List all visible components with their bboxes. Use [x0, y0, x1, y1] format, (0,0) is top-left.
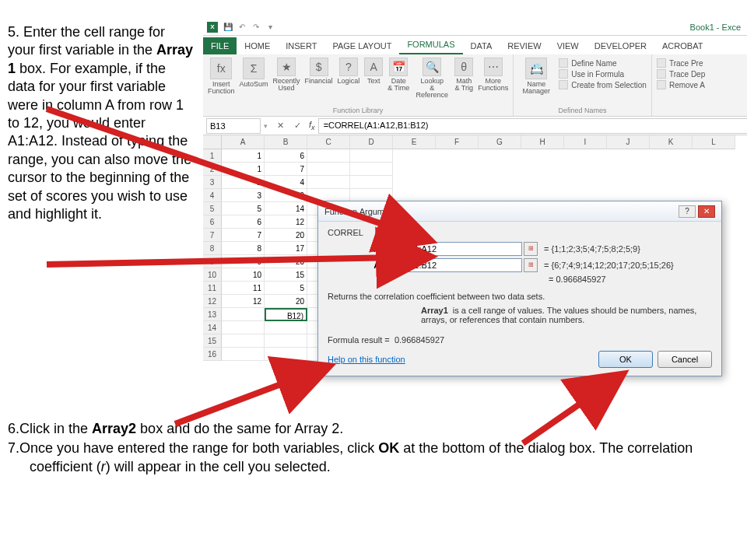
row-header-9[interactable]: 9: [203, 255, 222, 268]
ribbon-more-functions-button[interactable]: ⋯MoreFunctions: [478, 58, 508, 99]
ribbon-insert-function-button[interactable]: fxInsertFunction: [208, 58, 235, 99]
row-header-16[interactable]: 16: [203, 348, 222, 361]
cell-C3[interactable]: [307, 176, 350, 189]
row-header-11[interactable]: 11: [203, 282, 222, 295]
ribbon-recently-used-button[interactable]: ★RecentlyUsed: [273, 58, 300, 99]
cell-B6[interactable]: 12: [265, 215, 307, 229]
col-header-B[interactable]: B: [265, 135, 307, 149]
col-header-G[interactable]: G: [479, 135, 521, 149]
name-manager-button[interactable]: 📇 Name Manager: [518, 58, 554, 95]
name-box[interactable]: [206, 118, 261, 134]
cell-B7[interactable]: 20: [265, 229, 307, 242]
row-header-10[interactable]: 10: [203, 268, 222, 282]
cell-A7[interactable]: 7: [222, 229, 265, 242]
row-header-13[interactable]: 13: [203, 308, 222, 321]
col-header-E[interactable]: E: [393, 135, 436, 149]
cell-A6[interactable]: 6: [222, 215, 265, 229]
cell-B8[interactable]: 17: [265, 242, 307, 255]
array2-ref-button[interactable]: ⊞: [524, 258, 538, 272]
row-header-3[interactable]: 3: [203, 176, 222, 189]
col-header-J[interactable]: J: [607, 135, 650, 149]
cell-B3[interactable]: 4: [265, 176, 307, 189]
cell-B1[interactable]: 6: [265, 149, 307, 163]
qat-dropdown-icon[interactable]: ▾: [265, 22, 275, 33]
cell-A3[interactable]: 2: [222, 176, 265, 189]
undo-icon[interactable]: ↶: [237, 22, 247, 33]
tab-page-layout[interactable]: PAGE LAYOUT: [324, 37, 399, 54]
cell-B14[interactable]: [265, 321, 307, 334]
tab-view[interactable]: VIEW: [549, 37, 587, 54]
save-icon[interactable]: 💾: [223, 22, 233, 33]
row-header-6[interactable]: 6: [203, 215, 222, 229]
ribbon-create-from-selection-button[interactable]: Create from Selection: [559, 79, 647, 90]
redo-icon[interactable]: ↷: [251, 22, 261, 33]
col-header-D[interactable]: D: [350, 135, 393, 149]
tab-review[interactable]: REVIEW: [500, 37, 549, 54]
cell-A5[interactable]: 5: [222, 202, 265, 215]
cell-A4[interactable]: 3: [222, 189, 265, 202]
cell-A8[interactable]: 8: [222, 242, 265, 255]
help-button[interactable]: ?: [679, 205, 696, 218]
help-link[interactable]: Help on this function: [328, 355, 405, 364]
cell-A16[interactable]: [222, 348, 265, 361]
cell-D2[interactable]: [350, 163, 393, 176]
cell-B4[interactable]: 9: [265, 189, 307, 202]
cell-D1[interactable]: [350, 149, 393, 163]
row-header-7[interactable]: 7: [203, 229, 222, 242]
ribbon-use-in-formula-button[interactable]: Use in Formula: [559, 68, 647, 79]
col-header-I[interactable]: I: [564, 135, 607, 149]
tab-insert[interactable]: INSERT: [278, 37, 324, 54]
cell-D3[interactable]: [350, 176, 393, 189]
cell-A2[interactable]: 1: [222, 163, 265, 176]
dialog-titlebar[interactable]: Function Arguments ? ✕: [318, 201, 721, 222]
cell-B16[interactable]: [265, 348, 307, 361]
row-header-8[interactable]: 8: [203, 242, 222, 255]
cell-B13[interactable]: B12): [265, 308, 307, 321]
col-header-K[interactable]: K: [650, 135, 693, 149]
tab-formulas[interactable]: FORMULAS: [399, 36, 462, 54]
cell-A10[interactable]: 10: [222, 268, 265, 282]
accept-formula-icon[interactable]: ✓: [290, 119, 304, 133]
tab-developer[interactable]: DEVELOPER: [587, 37, 654, 54]
array1-input[interactable]: [405, 242, 522, 256]
col-header-L[interactable]: L: [693, 135, 735, 149]
col-header-F[interactable]: F: [436, 135, 479, 149]
cell-B5[interactable]: 14: [265, 202, 307, 215]
col-header-H[interactable]: H: [521, 135, 564, 149]
close-button[interactable]: ✕: [698, 205, 715, 218]
row-header-14[interactable]: 14: [203, 321, 222, 334]
cell-A1[interactable]: 1: [222, 149, 265, 163]
ok-button[interactable]: OK: [598, 351, 653, 368]
ribbon-remove-a-button[interactable]: Remove A: [657, 79, 705, 90]
row-header-12[interactable]: 12: [203, 295, 222, 308]
cell-A15[interactable]: [222, 334, 265, 348]
ribbon-trace-dep-button[interactable]: Trace Dep: [657, 68, 705, 79]
ribbon-lookup-reference-button[interactable]: 🔍Lookup& Reference: [414, 58, 450, 99]
ribbon-logical-button[interactable]: ?Logical: [338, 58, 360, 99]
cell-C1[interactable]: [307, 149, 350, 163]
tab-file[interactable]: FILE: [203, 37, 237, 54]
cell-A9[interactable]: 9: [222, 255, 265, 268]
tab-home[interactable]: HOME: [237, 37, 278, 54]
formula-bar[interactable]: =CORREL(A1:A12,B1:B12): [318, 118, 747, 134]
cell-B15[interactable]: [265, 334, 307, 348]
tab-acrobat[interactable]: Acrobat: [654, 37, 710, 54]
row-header-4[interactable]: 4: [203, 189, 222, 202]
col-header-C[interactable]: C: [307, 135, 350, 149]
cancel-button[interactable]: Cancel: [658, 351, 712, 368]
cell-B2[interactable]: 7: [265, 163, 307, 176]
ribbon-text-button[interactable]: AText: [364, 58, 383, 99]
array2-input[interactable]: [405, 258, 522, 272]
row-header-1[interactable]: 1: [203, 149, 222, 163]
col-header-A[interactable]: A: [222, 135, 265, 149]
ribbon-trace-pre-button[interactable]: Trace Pre: [657, 58, 705, 68]
array1-ref-button[interactable]: ⊞: [524, 242, 538, 256]
select-all-corner[interactable]: [203, 135, 222, 149]
cancel-formula-icon[interactable]: ✕: [273, 119, 287, 133]
cell-B10[interactable]: 15: [265, 268, 307, 282]
ribbon-autosum-button[interactable]: ΣAutoSum: [240, 58, 268, 99]
ribbon-financial-button[interactable]: $Financial: [305, 58, 333, 99]
cell-A11[interactable]: 11: [222, 282, 265, 295]
fx-icon[interactable]: fx: [309, 120, 315, 131]
cell-B11[interactable]: 5: [265, 282, 307, 295]
